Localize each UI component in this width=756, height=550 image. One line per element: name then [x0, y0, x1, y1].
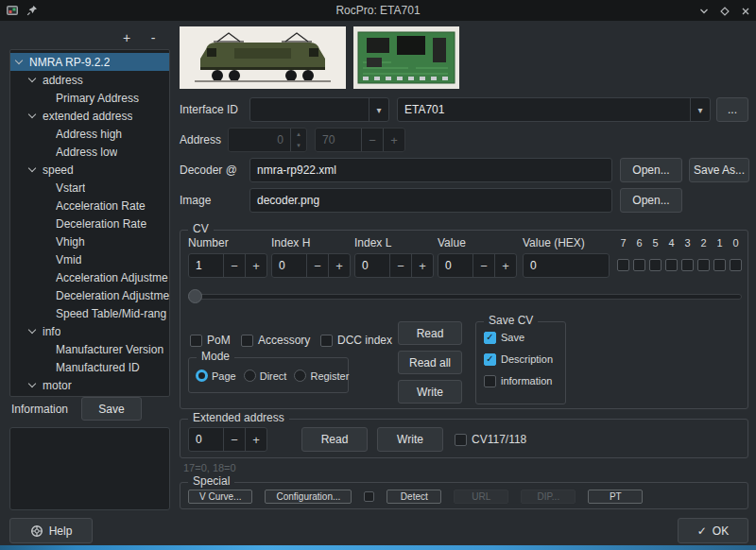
- chevron-down-icon[interactable]: ▾: [690, 98, 710, 121]
- bit-checkbox[interactable]: [665, 259, 678, 271]
- pt-button[interactable]: PT: [588, 490, 643, 504]
- checkbox-icon[interactable]: [241, 335, 253, 347]
- interface-id-value[interactable]: [250, 98, 369, 121]
- decrement-button[interactable]: −: [389, 254, 411, 277]
- mode-radio-page[interactable]: Page: [196, 370, 236, 382]
- checkbox-icon[interactable]: [455, 434, 467, 446]
- bit-checkbox[interactable]: [633, 259, 645, 271]
- tree-item[interactable]: Primary Address: [10, 89, 169, 107]
- bit-checkbox[interactable]: [681, 259, 694, 271]
- close-icon[interactable]: [739, 5, 752, 18]
- checkbox-icon[interactable]: [190, 335, 202, 347]
- checkbox-icon[interactable]: [320, 335, 333, 347]
- bit-checkbox[interactable]: [649, 259, 662, 271]
- extended-address-value[interactable]: 0: [189, 428, 223, 451]
- titlebar[interactable]: RocPro: ETA701: [0, 0, 756, 21]
- cv-tree[interactable]: NMRA RP-9.2.2addressPrimary Addressexten…: [9, 49, 170, 397]
- chevron-down-icon[interactable]: [28, 75, 36, 82]
- radio-icon[interactable]: [196, 370, 208, 382]
- information-textarea[interactable]: [9, 427, 170, 510]
- shade-icon[interactable]: [697, 5, 711, 18]
- cv-write-button[interactable]: Write: [398, 380, 462, 404]
- slider-track[interactable]: [188, 294, 742, 300]
- tree-item[interactable]: address: [10, 71, 169, 89]
- decoder-id-value[interactable]: ETA701: [398, 98, 690, 121]
- bit-checkbox[interactable]: [730, 259, 742, 271]
- chevron-down-icon[interactable]: [28, 111, 36, 118]
- tree-add-button[interactable]: +: [115, 30, 138, 45]
- cv-index-l-spinbox[interactable]: 0 − +: [354, 253, 434, 278]
- cv-index-h-spinbox[interactable]: 0 − +: [271, 253, 351, 278]
- chevron-down-icon[interactable]: [28, 380, 36, 387]
- tree-item[interactable]: motor: [10, 376, 169, 394]
- chevron-down-icon[interactable]: [28, 326, 36, 334]
- slider-handle[interactable]: [188, 289, 202, 303]
- increment-button[interactable]: +: [328, 254, 350, 277]
- decoder-file-input[interactable]: nmra-rp922.xml: [249, 158, 612, 182]
- interface-id-combobox[interactable]: ▾: [249, 97, 389, 122]
- checkbox-icon[interactable]: ✓: [484, 332, 496, 344]
- bit-checkbox[interactable]: [617, 259, 629, 271]
- cv-number-value[interactable]: 1: [189, 254, 223, 277]
- extended-write-button[interactable]: Write: [377, 427, 443, 452]
- configuration-button[interactable]: Configuration...: [265, 490, 352, 504]
- tree-item[interactable]: Speed Table/Mid-rang: [10, 304, 169, 322]
- tree-item[interactable]: Acceleration Adjustme: [10, 268, 169, 286]
- cv117-118-checkbox[interactable]: CV117/118: [455, 432, 526, 447]
- save-button[interactable]: Save: [81, 397, 142, 421]
- decrement-button[interactable]: −: [306, 254, 328, 277]
- tree-item[interactable]: Deceleration Adjustme: [10, 286, 169, 304]
- maximize-icon[interactable]: [718, 5, 731, 18]
- tree-item[interactable]: Manufactured ID: [10, 358, 169, 376]
- pin-icon[interactable]: [26, 4, 39, 17]
- increment-button[interactable]: +: [411, 254, 433, 277]
- radio-icon[interactable]: [244, 370, 256, 382]
- increment-button[interactable]: +: [245, 428, 266, 451]
- mode-radio-register[interactable]: Register: [294, 370, 349, 382]
- tree-item[interactable]: Vhigh: [10, 232, 169, 250]
- save-cv-option-save[interactable]: ✓Save: [484, 330, 553, 345]
- cv-slider[interactable]: [188, 287, 742, 305]
- decrement-button[interactable]: −: [223, 428, 245, 451]
- cv-value-spinbox[interactable]: 0 − +: [438, 253, 517, 278]
- increment-button[interactable]: +: [494, 254, 516, 277]
- bit-checkbox[interactable]: [697, 259, 710, 271]
- checkbox-icon[interactable]: [484, 375, 496, 387]
- tree-item[interactable]: NMRA RP-9.2.2: [10, 53, 169, 71]
- save-as-button[interactable]: Save As...: [689, 158, 749, 182]
- tree-item[interactable]: extended address: [10, 107, 169, 125]
- radio-icon[interactable]: [294, 370, 306, 382]
- checkbox-icon[interactable]: ✓: [484, 353, 496, 366]
- configuration-checkbox[interactable]: [364, 491, 374, 502]
- open-image-button[interactable]: Open...: [620, 188, 682, 213]
- cv-number-spinbox[interactable]: 1 − +: [188, 253, 267, 278]
- dcc-index-checkbox[interactable]: DCC index: [320, 333, 392, 348]
- save-cv-option-information[interactable]: information: [484, 373, 553, 388]
- tree-item[interactable]: speed: [10, 161, 169, 179]
- pom-checkbox[interactable]: PoM: [190, 333, 231, 348]
- tree-item[interactable]: Acceleration Rate: [10, 197, 169, 215]
- extended-address-spinbox[interactable]: 0 − +: [188, 427, 267, 452]
- cv-read-button[interactable]: Read: [398, 321, 462, 345]
- help-button[interactable]: Help: [9, 518, 93, 543]
- mode-radio-direct[interactable]: Direct: [244, 370, 287, 382]
- tree-item[interactable]: Vstart: [10, 179, 169, 197]
- save-cv-option-description[interactable]: ✓Description: [484, 352, 553, 367]
- tree-item[interactable]: Address high: [10, 125, 169, 143]
- cv-index-l-value[interactable]: 0: [355, 254, 389, 277]
- image-file-input[interactable]: decoder.png: [249, 188, 612, 213]
- decrement-button[interactable]: −: [223, 254, 245, 277]
- accessory-checkbox[interactable]: Accessory: [241, 333, 310, 348]
- decoder-id-combobox[interactable]: ETA701 ▾: [397, 97, 711, 122]
- tree-item[interactable]: info: [10, 322, 169, 340]
- tree-item[interactable]: Vmid: [10, 250, 169, 268]
- cv-index-h-value[interactable]: 0: [272, 254, 306, 277]
- increment-button[interactable]: +: [245, 254, 266, 277]
- tree-item[interactable]: Manufacturer Version: [10, 340, 169, 358]
- extended-read-button[interactable]: Read: [301, 427, 368, 452]
- cv-value-hex-input[interactable]: 0: [523, 253, 610, 278]
- more-button[interactable]: ...: [716, 97, 748, 122]
- tree-item[interactable]: Deceleration Rate: [10, 215, 169, 232]
- tree-item[interactable]: Address low: [10, 143, 169, 161]
- bit-checkbox[interactable]: [713, 259, 726, 271]
